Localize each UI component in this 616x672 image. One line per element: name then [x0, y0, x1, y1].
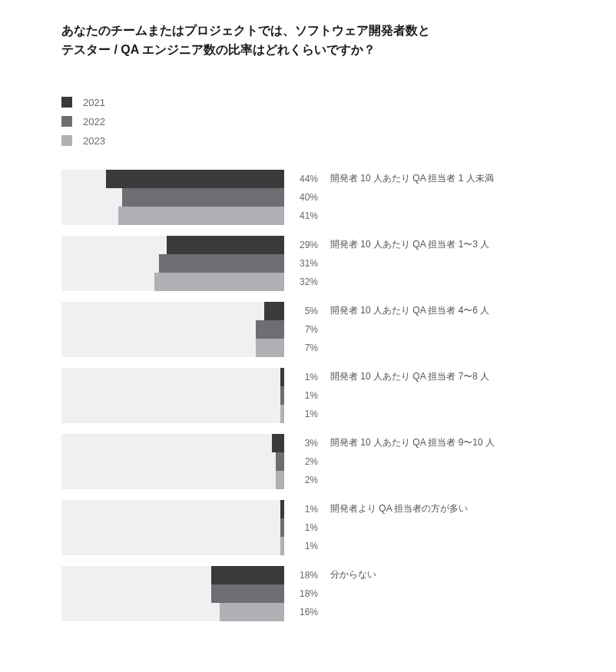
- chart-category-group: 5%開発者 10 人あたり QA 担当者 4〜6 人7%7%: [61, 302, 553, 357]
- bar-fill: [122, 188, 284, 207]
- bar-track: [61, 452, 284, 471]
- bar-track: [61, 170, 284, 188]
- bar-value-label: 41%: [284, 210, 330, 221]
- chart-bar-row: 1%: [61, 405, 553, 423]
- bar-value-label: 5%: [284, 306, 330, 316]
- bar-fill: [280, 368, 284, 386]
- bar-fill: [280, 537, 284, 555]
- category-label: 開発者 10 人あたり QA 担当者 1 人未満: [330, 173, 494, 185]
- bar-value-label: 2%: [284, 456, 330, 467]
- bar-track: [61, 320, 284, 339]
- bar-value-label: 1%: [284, 390, 330, 401]
- bar-fill: [256, 339, 284, 357]
- chart-bar-row: 31%: [61, 254, 553, 273]
- bar-track: [61, 537, 284, 555]
- chart-bar-row: 16%: [61, 603, 553, 621]
- bar-fill: [154, 273, 284, 291]
- bar-value-label: 18%: [284, 570, 330, 581]
- bar-value-label: 18%: [284, 588, 330, 599]
- legend-swatch: [61, 97, 72, 108]
- chart-category-group: 44%開発者 10 人あたり QA 担当者 1 人未満40%41%: [61, 170, 553, 225]
- legend-label: 2021: [83, 97, 105, 108]
- chart-bar-row: 7%: [61, 339, 553, 357]
- bar-fill: [280, 518, 284, 537]
- chart-category-group: 1%開発者より QA 担当者の方が多い1%1%: [61, 500, 553, 555]
- bar-track: [61, 302, 284, 320]
- legend-label: 2023: [83, 135, 105, 147]
- chart-bar-row: 3%開発者 10 人あたり QA 担当者 9〜10 人: [61, 434, 553, 452]
- bar-track: [61, 471, 284, 489]
- chart-bar-row: 5%開発者 10 人あたり QA 担当者 4〜6 人: [61, 302, 553, 320]
- chart-bar-row: 1%: [61, 537, 553, 555]
- chart-bar-row: 29%開発者 10 人あたり QA 担当者 1〜3 人: [61, 236, 553, 254]
- legend-item: 2023: [61, 135, 616, 147]
- chart-category-group: 3%開発者 10 人あたり QA 担当者 9〜10 人2%2%: [61, 434, 553, 489]
- chart-bar-row: 32%: [61, 273, 553, 291]
- legend-item: 2022: [61, 116, 616, 127]
- bar-value-label: 2%: [284, 475, 330, 485]
- bar-value-label: 29%: [284, 240, 330, 250]
- bar-track: [61, 207, 284, 225]
- bar-fill: [118, 207, 284, 225]
- bar-fill: [280, 386, 284, 405]
- bar-track: [61, 188, 284, 207]
- bar-value-label: 1%: [284, 372, 330, 382]
- chart-bar-row: 18%分からない: [61, 566, 553, 584]
- legend-swatch: [61, 116, 72, 127]
- chart-bar-row: 18%: [61, 584, 553, 603]
- chart-bar-row: 1%: [61, 518, 553, 537]
- bar-value-label: 1%: [284, 504, 330, 515]
- bar-fill: [280, 500, 284, 518]
- legend-label: 2022: [83, 116, 105, 127]
- bar-fill: [276, 452, 284, 471]
- bar-track: [61, 566, 284, 584]
- bar-value-label: 32%: [284, 276, 330, 287]
- bar-track: [61, 518, 284, 537]
- bar-track: [61, 236, 284, 254]
- bar-fill: [220, 603, 284, 621]
- bar-fill: [167, 236, 284, 254]
- bar-value-label: 7%: [284, 324, 330, 335]
- legend-item: 2021: [61, 97, 616, 108]
- category-label: 開発者 10 人あたり QA 担当者 7〜8 人: [330, 371, 489, 383]
- bar-track: [61, 386, 284, 405]
- bar-fill: [211, 566, 284, 584]
- bar-track: [61, 603, 284, 621]
- chart-bar-row: 7%: [61, 320, 553, 339]
- chart-bar-row: 2%: [61, 471, 553, 489]
- chart-bar-row: 1%開発者 10 人あたり QA 担当者 7〜8 人: [61, 368, 553, 386]
- chart-area: 44%開発者 10 人あたり QA 担当者 1 人未満40%41%29%開発者 …: [61, 170, 616, 621]
- bar-value-label: 1%: [284, 409, 330, 419]
- chart-category-group: 29%開発者 10 人あたり QA 担当者 1〜3 人31%32%: [61, 236, 553, 291]
- bar-value-label: 40%: [284, 192, 330, 203]
- legend-swatch: [61, 135, 72, 146]
- bar-fill: [276, 471, 284, 489]
- category-label: 開発者 10 人あたり QA 担当者 9〜10 人: [330, 437, 495, 449]
- chart-bar-row: 41%: [61, 207, 553, 225]
- chart-bar-row: 44%開発者 10 人あたり QA 担当者 1 人未満: [61, 170, 553, 188]
- bar-fill: [280, 405, 284, 423]
- bar-fill: [272, 434, 284, 452]
- bar-value-label: 7%: [284, 343, 330, 353]
- chart-bar-row: 2%: [61, 452, 553, 471]
- category-label: 開発者 10 人あたり QA 担当者 4〜6 人: [330, 305, 489, 317]
- bar-fill: [159, 254, 284, 273]
- bar-fill: [211, 584, 284, 603]
- bar-track: [61, 405, 284, 423]
- bar-value-label: 16%: [284, 607, 330, 617]
- bar-fill: [106, 170, 284, 188]
- bar-value-label: 44%: [284, 174, 330, 184]
- bar-value-label: 3%: [284, 438, 330, 449]
- chart-legend: 202120222023: [61, 97, 616, 147]
- chart-title: あなたのチームまたはプロジェクトでは、ソフトウェア開発者数とテスター / QA …: [61, 22, 430, 60]
- category-label: 分からない: [330, 569, 376, 581]
- bar-track: [61, 273, 284, 291]
- bar-track: [61, 254, 284, 273]
- category-label: 開発者 10 人あたり QA 担当者 1〜3 人: [330, 239, 489, 251]
- chart-bar-row: 40%: [61, 188, 553, 207]
- bar-fill: [264, 302, 284, 320]
- bar-track: [61, 339, 284, 357]
- chart-category-group: 18%分からない18%16%: [61, 566, 553, 621]
- bar-fill: [256, 320, 284, 339]
- chart-category-group: 1%開発者 10 人あたり QA 担当者 7〜8 人1%1%: [61, 368, 553, 423]
